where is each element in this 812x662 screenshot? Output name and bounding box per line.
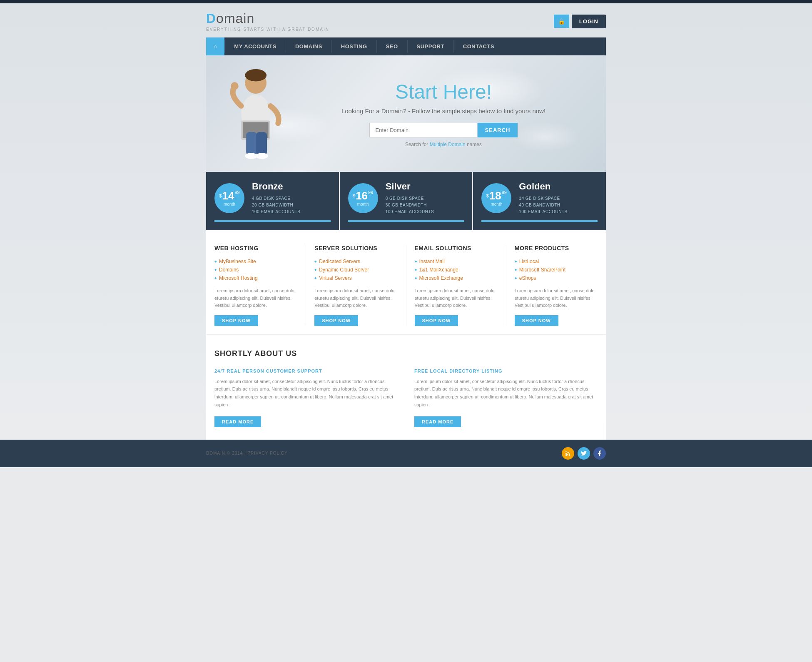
- navigation: ⌂ MY ACCOUNTS DOMAINS HOSTING SEO SUPPOR…: [206, 37, 606, 55]
- feature-link[interactable]: ListLocal: [519, 259, 539, 264]
- svg-point-3: [231, 82, 238, 90]
- hero-banner: Start Here! Looking For a Domain? - Foll…: [206, 55, 606, 172]
- about-col-support: 24/7 REAL PERSON CUSTOMER SUPPORT Lorem …: [214, 368, 398, 427]
- nav-home[interactable]: ⌂: [206, 37, 224, 55]
- logo-title: Domain: [206, 11, 329, 26]
- plan-name-silver: Silver: [386, 181, 464, 192]
- footer-social: [562, 447, 606, 460]
- list-item: MyBusiness Site: [214, 257, 297, 266]
- read-more-button[interactable]: READ MORE: [214, 416, 261, 427]
- logo: Domain EVERYTHING STARTS WITH A GREAT DO…: [206, 11, 329, 32]
- feature-title: MORE PRODUCTS: [515, 245, 598, 251]
- list-item: Virtual Servers: [314, 274, 397, 282]
- price-dollar: $: [486, 194, 489, 198]
- plan-feature: 40 GB BANDWIDTH: [519, 202, 598, 209]
- domain-search-input[interactable]: [369, 123, 478, 137]
- svg-point-8: [245, 153, 257, 159]
- pricing-bottom-bar: [348, 220, 464, 222]
- svg-rect-7: [256, 132, 267, 155]
- shop-now-button[interactable]: SHOP NOW: [214, 315, 258, 326]
- feature-link[interactable]: Domains: [219, 267, 239, 273]
- feature-link[interactable]: Virtual Servers: [319, 275, 351, 281]
- shop-now-button[interactable]: SHOP NOW: [415, 315, 458, 326]
- feature-server-solutions: SERVER SOLUTIONS Dedicated Servers Dynam…: [306, 245, 406, 326]
- pricing-section: $ 14 99 month Bronze 4 GB DISK SPACE 20 …: [206, 172, 606, 230]
- feature-list: MyBusiness Site Domains Microsoft Hostin…: [214, 257, 297, 282]
- pricing-bottom-bar: [481, 220, 598, 222]
- feature-link[interactable]: Microsoft Hosting: [219, 275, 258, 281]
- plan-feature: 30 GB BANDWIDTH: [386, 202, 464, 209]
- shop-now-button[interactable]: SHOP NOW: [515, 315, 558, 326]
- list-item: 1&1 MailXchange: [415, 266, 498, 274]
- pricing-bottom-bar: [214, 220, 331, 222]
- lock-icon-button[interactable]: 🔒: [554, 15, 569, 28]
- feature-link[interactable]: eShops: [519, 275, 536, 281]
- about-col-text: Lorem ipsum dolor sit amet, consectetur …: [214, 378, 398, 409]
- plan-feature: 100 EMAIL ACCOUNTS: [386, 209, 464, 215]
- list-item: Microsoft Exchange: [415, 274, 498, 282]
- feature-link[interactable]: Microsoft SharePoint: [519, 267, 565, 273]
- svg-point-10: [565, 454, 567, 456]
- price-bubble-silver: $ 16 99 month: [348, 183, 378, 213]
- rss-button[interactable]: [562, 447, 574, 460]
- plan-feature: 4 GB DISK SPACE: [252, 195, 331, 202]
- price-cents: 99: [234, 190, 239, 195]
- nav-contacts[interactable]: CONTACTS: [454, 37, 503, 55]
- search-row: SEARCH: [298, 123, 589, 137]
- nav-domains[interactable]: DOMAINS: [286, 37, 331, 55]
- nav-hosting[interactable]: HOSTING: [332, 37, 376, 55]
- price-number: 14: [222, 190, 234, 201]
- search-button[interactable]: SEARCH: [478, 123, 518, 137]
- hero-multi-domain: Search for Multiple Domain names: [298, 142, 589, 147]
- list-item: ListLocal: [515, 257, 598, 266]
- list-item: Dedicated Servers: [314, 257, 397, 266]
- feature-link[interactable]: Instant Mail: [419, 259, 445, 264]
- footer: DOMAIN © 2014 | PRIVACY POLICY: [0, 440, 812, 467]
- feature-link[interactable]: MyBusiness Site: [219, 259, 256, 264]
- plan-name-bronze: Bronze: [252, 181, 331, 192]
- feature-link[interactable]: Microsoft Exchange: [419, 275, 463, 281]
- footer-copyright: DOMAIN © 2014 | PRIVACY POLICY: [206, 451, 288, 455]
- plan-name-golden: Golden: [519, 181, 598, 192]
- footer-inner: DOMAIN © 2014 | PRIVACY POLICY: [206, 447, 606, 460]
- header-right: 🔒 LOGIN: [554, 15, 606, 28]
- list-item: Microsoft Hosting: [214, 274, 297, 282]
- header: Domain EVERYTHING STARTS WITH A GREAT DO…: [206, 3, 606, 37]
- facebook-button[interactable]: [593, 447, 606, 460]
- list-item: Microsoft SharePoint: [515, 266, 598, 274]
- feature-desc: Lorem ipsum dolor sit amet, conse dolo e…: [515, 287, 598, 309]
- price-period: month: [357, 202, 369, 207]
- pricing-details-silver: Silver 8 GB DISK SPACE 30 GB BANDWIDTH 1…: [386, 181, 464, 215]
- feature-link[interactable]: Dedicated Servers: [319, 259, 360, 264]
- read-more-button[interactable]: READ MORE: [414, 416, 461, 427]
- login-button[interactable]: LOGIN: [572, 15, 606, 28]
- feature-title: SERVER SOLUTIONS: [314, 245, 397, 251]
- nav-support[interactable]: SUPPORT: [408, 37, 453, 55]
- nav-seo[interactable]: SEO: [377, 37, 407, 55]
- pricing-card-silver: $ 16 99 month Silver 8 GB DISK SPACE 30 …: [340, 172, 473, 230]
- pricing-details-golden: Golden 14 GB DISK SPACE 40 GB BANDWIDTH …: [519, 181, 598, 215]
- shop-now-button[interactable]: SHOP NOW: [314, 315, 358, 326]
- twitter-button[interactable]: [578, 447, 590, 460]
- price-dollar: $: [353, 194, 355, 198]
- price-number: 18: [489, 190, 501, 201]
- pricing-card-bronze: $ 14 99 month Bronze 4 GB DISK SPACE 20 …: [206, 172, 340, 230]
- feature-link[interactable]: Dynamic Cloud Server: [319, 267, 369, 273]
- plan-feature: 20 GB BANDWIDTH: [252, 202, 331, 209]
- price-number: 16: [356, 190, 368, 201]
- price-dollar: $: [219, 194, 222, 198]
- feature-title: EMAIL SOLUTIONS: [415, 245, 498, 251]
- hero-content: Start Here! Looking For a Domain? - Foll…: [298, 80, 589, 147]
- feature-link[interactable]: 1&1 MailXchange: [419, 267, 458, 273]
- svg-point-1: [245, 69, 267, 82]
- home-icon: ⌂: [214, 43, 217, 50]
- pricing-details-bronze: Bronze 4 GB DISK SPACE 20 GB BANDWIDTH 1…: [252, 181, 331, 215]
- pricing-card-golden: $ 18 99 month Golden 14 GB DISK SPACE 40…: [473, 172, 606, 230]
- svg-rect-6: [246, 132, 257, 155]
- feature-desc: Lorem ipsum dolor sit amet, conse dolo e…: [415, 287, 498, 309]
- price-cents: 99: [502, 190, 507, 195]
- about-col-text: Lorem ipsum dolor sit amet, consectetur …: [414, 378, 598, 409]
- about-col-title: FREE LOCAL DIRECTORY LISTING: [414, 368, 598, 373]
- nav-my-accounts[interactable]: MY ACCOUNTS: [225, 37, 286, 55]
- multiple-domain-link[interactable]: Multiple Domain: [430, 142, 466, 147]
